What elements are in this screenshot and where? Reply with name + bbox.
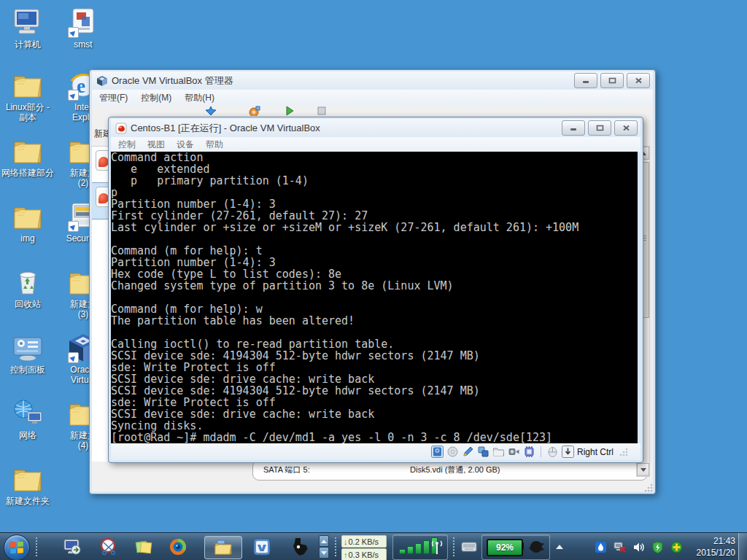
taskbar-app-vmware[interactable] bbox=[251, 536, 273, 558]
close-button[interactable] bbox=[614, 120, 638, 136]
minimize-button[interactable] bbox=[562, 120, 585, 136]
terminal-line: Syncing disks. bbox=[111, 420, 638, 432]
start-button[interactable] bbox=[4, 534, 30, 560]
taskbar-app-remote-desktop[interactable] bbox=[61, 536, 83, 558]
vm-console-window[interactable]: Centos-B1 [正在运行] - Oracle VM VirtualBox … bbox=[108, 117, 643, 463]
vm-list-item[interactable] bbox=[92, 147, 109, 182]
vm-window-title: Centos-B1 [正在运行] - Oracle VM VirtualBox bbox=[131, 122, 320, 135]
tray-volume-icon[interactable] bbox=[632, 541, 645, 553]
manager-menu-item[interactable]: 帮助(H) bbox=[185, 92, 214, 104]
notification-area bbox=[556, 533, 563, 560]
toolbar-new-vm-icon[interactable] bbox=[205, 106, 217, 116]
toolbar-start-icon[interactable] bbox=[285, 106, 295, 116]
vm-list-item[interactable] bbox=[92, 182, 109, 219]
taskbar-grip[interactable] bbox=[452, 537, 455, 557]
sticky-notes-icon bbox=[134, 537, 153, 556]
status-network-adapters-icon[interactable] bbox=[477, 446, 489, 458]
details-field-label: SATA 端口 5: bbox=[263, 464, 310, 475]
taskbar-app-sticky-notes[interactable] bbox=[133, 536, 155, 558]
desktop-icon-network-build-folder[interactable]: 网络搭建部分 bbox=[0, 136, 55, 178]
terminal-line: SCSI device sde: drive cache: write back bbox=[111, 373, 638, 385]
vm-resize-grip[interactable] bbox=[619, 447, 629, 456]
vm-os-icon bbox=[96, 187, 109, 207]
terminal-line: Last cylinder or +size or +sizeM or +siz… bbox=[111, 222, 638, 233]
vm-list[interactable] bbox=[92, 146, 109, 462]
status-optical-disc-icon[interactable] bbox=[446, 446, 459, 458]
download-speed: ↓ 0.2 KB/s bbox=[341, 535, 387, 548]
manager-titlebar[interactable]: Oracle VM VirtualBox 管理器 bbox=[92, 71, 653, 90]
manager-menu-item[interactable]: 管理(F) bbox=[99, 92, 128, 104]
terminal-line: Command action bbox=[111, 152, 638, 163]
terminal-line bbox=[111, 233, 638, 245]
status-harddisk-icon[interactable] bbox=[431, 446, 444, 458]
shortcut-arrow-icon bbox=[68, 90, 79, 101]
desktop-icon-label: 计算机 bbox=[0, 39, 55, 50]
toolbar-scroll-buttons[interactable] bbox=[319, 535, 329, 559]
vm-details-pane: SATA 端口 5: Disk5.vdi (普通, 2.00 GB) bbox=[252, 460, 648, 481]
upload-arrow-icon: ↑ bbox=[344, 550, 348, 560]
manager-menubar: 管理(F)控制(M)帮助(H) bbox=[92, 90, 653, 106]
tray-shield-green-icon[interactable] bbox=[651, 541, 664, 553]
vm-menu-item[interactable]: 控制 bbox=[118, 139, 136, 151]
manager-menu-item[interactable]: 控制(M) bbox=[141, 92, 171, 104]
tray-health-plus-icon[interactable] bbox=[670, 541, 683, 553]
vm-menu-item[interactable]: 设备 bbox=[177, 139, 194, 151]
desktop-icon-computer[interactable]: 计算机 bbox=[0, 7, 55, 50]
taskbar-app-browser-360[interactable] bbox=[167, 536, 189, 558]
desktop-icon-new-folder[interactable]: 新建文件夹 bbox=[0, 464, 55, 506]
resize-grip[interactable] bbox=[644, 483, 654, 492]
desktop-icon-img-folder[interactable]: img bbox=[0, 201, 55, 244]
network-icon bbox=[11, 398, 44, 429]
status-video-capture-icon[interactable] bbox=[508, 446, 520, 458]
browser-360-icon bbox=[169, 537, 187, 556]
desktop-icon-smst-shortcut[interactable]: smst bbox=[55, 7, 111, 50]
folder-icon bbox=[11, 136, 44, 166]
show-desktop-button[interactable] bbox=[738, 533, 747, 560]
show-hidden-icons-button[interactable] bbox=[556, 545, 563, 549]
tray-network-disconnected-icon[interactable] bbox=[614, 541, 626, 553]
desktop-icon-label: smst bbox=[55, 39, 111, 50]
taskbar-grip[interactable] bbox=[35, 537, 38, 557]
scroll-down-button[interactable] bbox=[637, 463, 649, 476]
statusbar-separator bbox=[541, 446, 541, 457]
terminal-output[interactable]: Command action e extended p primary part… bbox=[111, 152, 638, 443]
terminal-line: Calling ioctl() to re-read partition tab… bbox=[111, 338, 638, 350]
windows-flag-icon bbox=[10, 541, 23, 553]
hostkey-label: Right Ctrl bbox=[577, 447, 614, 457]
status-shared-folder-icon[interactable] bbox=[492, 446, 505, 458]
close-button[interactable] bbox=[627, 73, 650, 88]
status-pen-icon[interactable] bbox=[462, 446, 474, 458]
manager-window-title: Oracle VM VirtualBox 管理器 bbox=[112, 74, 233, 88]
taskbar-grip[interactable] bbox=[334, 537, 337, 557]
taskbar-app-snipping-tool[interactable] bbox=[98, 536, 120, 558]
vm-statusbar: Right Ctrl bbox=[111, 443, 640, 460]
vm-menu-item[interactable]: 视图 bbox=[147, 139, 165, 151]
desktop-icon-linux-folder-copy[interactable]: Linux部分 -副本 bbox=[0, 70, 55, 122]
minimize-button[interactable] bbox=[574, 73, 597, 88]
vm-titlebar[interactable]: Centos-B1 [正在运行] - Oracle VM VirtualBox bbox=[111, 119, 640, 137]
toolbar-discard-icon[interactable] bbox=[317, 106, 327, 116]
maximize-button[interactable] bbox=[588, 120, 611, 136]
taskbar-app-texas-app[interactable] bbox=[287, 536, 309, 558]
vm-menu-item[interactable]: 帮助 bbox=[206, 139, 223, 151]
signal-strength-widget[interactable] bbox=[392, 534, 448, 560]
scroll-up-button bbox=[319, 535, 329, 547]
taskbar-app-explorer[interactable] bbox=[204, 536, 242, 559]
upload-speed: ↑ 0.3 KB/s bbox=[341, 548, 387, 560]
terminal-line: sde: Write Protect is off bbox=[111, 362, 638, 373]
maximize-button[interactable] bbox=[600, 73, 624, 88]
control-panel-icon bbox=[11, 332, 44, 363]
status-hostkey-capture-icon[interactable] bbox=[562, 446, 574, 458]
taskbar-clock[interactable]: 21:43 2015/1/20 bbox=[697, 535, 735, 559]
tray-security-blue-icon[interactable] bbox=[595, 541, 607, 553]
status-mouse-integration-icon[interactable] bbox=[546, 446, 559, 458]
status-usb-chip-icon[interactable] bbox=[523, 446, 535, 458]
terminal-line: SCSI device sde: 4194304 512-byte hdwr s… bbox=[111, 385, 638, 397]
desktop-icon-recycle-bin[interactable]: 回收站 bbox=[0, 267, 55, 309]
vmware-icon bbox=[252, 537, 271, 556]
toolbar-settings-icon[interactable] bbox=[247, 106, 260, 116]
desktop-icon-network[interactable]: 网络 bbox=[0, 398, 55, 440]
input-method-keyboard-icon[interactable] bbox=[461, 542, 477, 552]
desktop-icon-control-panel[interactable]: 控制面板 bbox=[0, 332, 55, 375]
battery-widget[interactable]: 92% bbox=[481, 534, 550, 560]
